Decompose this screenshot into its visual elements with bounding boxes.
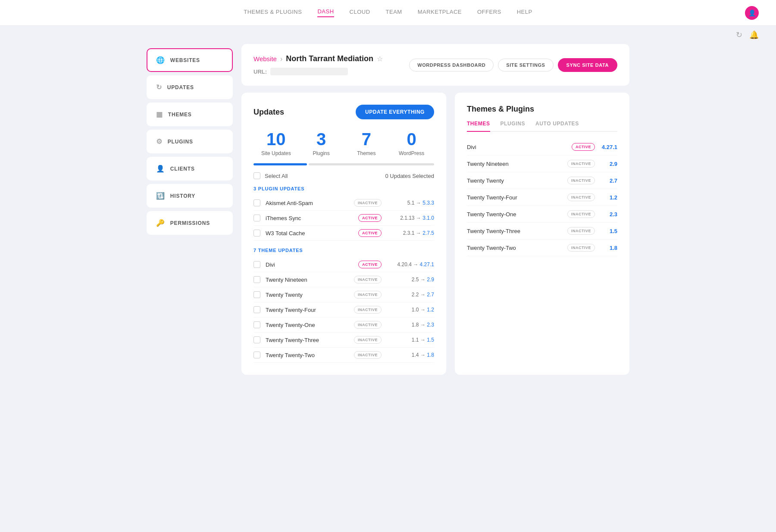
tp-t22-badge: INACTIVE [567,244,595,252]
tab-plugins[interactable]: PLUGINS [501,121,526,132]
theme-section-header: 7 THEME UPDATES [253,248,434,253]
t20-name: Twenty Twenty [266,292,349,298]
tp-t24-row: Twenty Twenty-Four INACTIVE 1.2 [467,189,617,206]
plugin-row-ithemes: iThemes Sync ACTIVE 2.1.13 → 3.1.0 [253,211,434,226]
stat-themes: 7 Themes [344,130,389,156]
sidebar-label-websites: WEBSITES [170,57,200,63]
stat-label-wp: WordPress [389,150,434,156]
t21-status-badge: INACTIVE [354,321,382,329]
nav-offers[interactable]: OFFERS [477,9,501,17]
sidebar-item-permissions[interactable]: 🔑 PERMISSIONS [147,211,233,235]
nav-help[interactable]: HELP [517,9,532,17]
top-nav: THEMES & PLUGINS DASH CLOUD TEAM MARKETP… [0,0,776,26]
nav-marketplace[interactable]: MARKETPLACE [418,9,462,17]
sidebar-item-websites[interactable]: 🌐 WEBSITES [147,48,233,72]
updates-panel: Updates UPDATE EVERYTHING 10 Site Update… [241,93,446,375]
nav-icons: 👤 [745,6,759,20]
ithemes-checkbox[interactable] [253,215,260,221]
t24-checkbox[interactable] [253,306,260,313]
sidebar-label-history: HISTORY [170,193,195,199]
sidebar: 🌐 WEBSITES ↻ UPDATES ▦ THEMES ⚙ PLUGINS … [147,44,233,375]
stat-num-themes: 7 [344,130,389,149]
site-settings-button[interactable]: SITE SETTINGS [498,59,553,72]
tp-t23-name: Twenty Twenty-Three [467,228,562,234]
tp-t22-row: Twenty Twenty-Two INACTIVE 1.8 [467,240,617,256]
plugin-row-w3: W3 Total Cache ACTIVE 2.3.1 → 2.7.5 [253,226,434,241]
nav-dash[interactable]: DASH [317,8,334,17]
divi-name: Divi [266,261,353,268]
wordpress-dashboard-button[interactable]: WORDPRESS DASHBOARD [409,59,494,72]
select-all-checkbox[interactable] [253,172,260,179]
tp-t23-badge: INACTIVE [567,227,595,235]
tp-t19-version: 2.9 [600,161,617,167]
tp-t20-version: 2.7 [600,177,617,184]
sync-site-data-button[interactable]: SYNC SITE DATA [558,58,617,72]
t20-checkbox[interactable] [253,291,260,298]
updates-title: Updates [253,108,284,117]
tab-auto-updates[interactable]: AUTO UPDATES [535,121,579,132]
updates-icon: ↻ [156,83,162,91]
t24-name: Twenty Twenty-Four [266,307,349,313]
tp-t24-version: 1.2 [600,194,617,201]
t21-name: Twenty Twenty-One [266,322,349,328]
stat-site-updates: 10 Site Updates [253,130,299,156]
tp-t21-name: Twenty Twenty-One [467,211,562,218]
themes-plugins-panel: Themes & Plugins THEMES PLUGINS AUTO UPD… [455,93,629,375]
t24-version: 1.0 → 1.2 [387,307,434,313]
akismet-status-badge: INACTIVE [354,199,382,207]
sidebar-item-themes[interactable]: ▦ THEMES [147,103,233,126]
themes-icon: ▦ [156,110,163,118]
content-area: Website › North Tarrant Mediation ☆ URL:… [241,44,629,375]
t20-version: 2.2 → 2.7 [387,292,434,298]
tp-t20-name: Twenty Twenty [467,177,562,184]
url-label: URL: [253,68,267,75]
tp-t22-name: Twenty Twenty-Two [467,245,562,251]
bell-icon[interactable]: 🔔 [749,30,759,40]
user-avatar[interactable]: 👤 [745,6,759,20]
ithemes-status-badge: ACTIVE [358,214,382,222]
sidebar-item-updates[interactable]: ↻ UPDATES [147,75,233,99]
tp-t22-version: 1.8 [600,245,617,251]
t21-version: 1.8 → 2.3 [387,322,434,328]
favorite-star-icon[interactable]: ☆ [377,55,383,63]
w3-checkbox[interactable] [253,230,260,236]
tab-themes[interactable]: THEMES [467,121,490,132]
tp-divi-version: 4.27.1 [600,144,617,150]
refresh-icon[interactable]: ↻ [736,30,742,40]
theme-row-t23: Twenty Twenty-Three INACTIVE 1.1 → 1.5 [253,333,434,348]
sidebar-item-plugins[interactable]: ⚙ PLUGINS [147,130,233,153]
tp-t23-row: Twenty Twenty-Three INACTIVE 1.5 [467,223,617,240]
nav-themes-plugins[interactable]: THEMES & PLUGINS [244,9,302,17]
select-all-left: Select All [253,172,288,179]
tp-t24-name: Twenty Twenty-Four [467,194,562,201]
theme-row-t21: Twenty Twenty-One INACTIVE 1.8 → 2.3 [253,317,434,333]
t22-checkbox[interactable] [253,352,260,358]
t19-checkbox[interactable] [253,276,260,283]
update-everything-button[interactable]: UPDATE EVERYTHING [356,105,434,119]
sidebar-item-history[interactable]: 🔃 HISTORY [147,184,233,208]
plugin-section-header: 3 PLUGIN UPDATES [253,186,434,191]
site-header-info: Website › North Tarrant Mediation ☆ URL: [253,54,383,75]
t21-checkbox[interactable] [253,321,260,328]
tp-t20-badge: INACTIVE [567,177,595,184]
akismet-checkbox[interactable] [253,199,260,206]
plugin-row-akismet: Akismet Anti-Spam INACTIVE 5.1 → 5.3.3 [253,196,434,211]
nav-cloud[interactable]: CLOUD [350,9,370,17]
nav-team[interactable]: TEAM [386,9,402,17]
site-url-row: URL: [253,68,383,75]
t22-name: Twenty Twenty-Two [266,352,349,358]
updates-panel-header: Updates UPDATE EVERYTHING [253,105,434,119]
stat-num-site: 10 [253,130,299,149]
akismet-name: Akismet Anti-Spam [266,200,349,206]
select-all-label[interactable]: Select All [265,173,288,179]
divi-version: 4.20.4 → 4.27.1 [387,261,434,268]
breadcrumb-website[interactable]: Website [253,55,277,62]
tp-t19-row: Twenty Nineteen INACTIVE 2.9 [467,156,617,172]
w3-version: 2.3.1 → 2.7.5 [387,230,434,236]
tp-divi-badge: ACTIVE [572,143,595,151]
divi-checkbox[interactable] [253,261,260,268]
t23-checkbox[interactable] [253,336,260,343]
sidebar-item-clients[interactable]: 👤 CLIENTS [147,157,233,180]
stat-plugins: 3 Plugins [299,130,344,156]
site-actions: WORDPRESS DASHBOARD SITE SETTINGS SYNC S… [409,58,617,72]
